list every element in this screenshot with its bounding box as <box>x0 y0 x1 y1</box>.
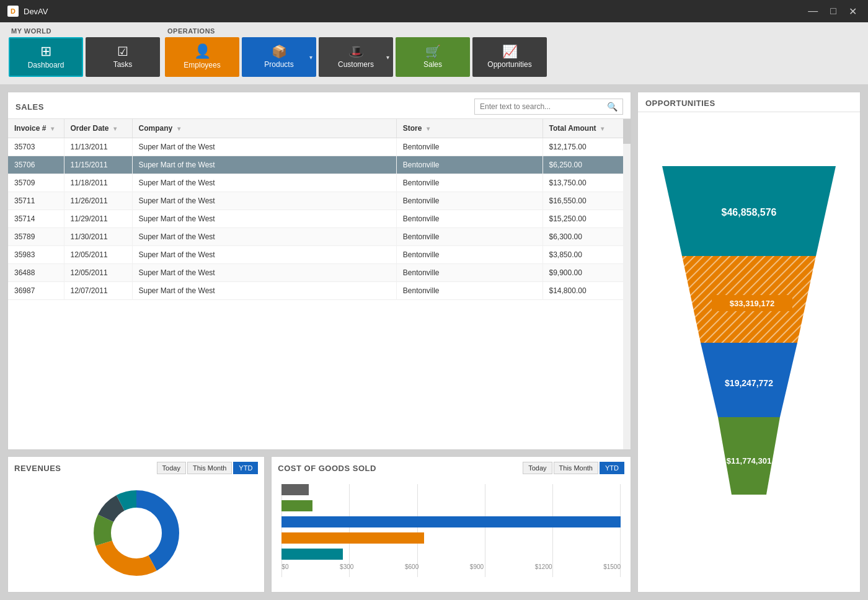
table-cell-company: Super Mart of the West <box>132 174 396 192</box>
bar-row <box>281 500 621 511</box>
table-cell-company: Super Mart of the West <box>132 138 396 156</box>
revenues-btn-group: Today This Month YTD <box>157 462 259 474</box>
table-row[interactable]: 3598312/05/2011Super Mart of the WestBen… <box>8 246 631 264</box>
svg-text:$33,319,172: $33,319,172 <box>730 299 774 308</box>
svg-point-5 <box>113 510 160 557</box>
table-row[interactable]: 3578911/30/2011Super Mart of the WestBen… <box>8 228 631 246</box>
col-company[interactable]: Company ▾ <box>132 119 396 138</box>
funnel-container: $46,858,576 $33,319,172 $19,247,772 <box>638 112 860 592</box>
table-cell-company: Super Mart of the West <box>132 264 396 282</box>
table-cell-order_date: 11/30/2011 <box>64 228 132 246</box>
donut-chart <box>87 483 186 583</box>
revenues-thismonth-btn[interactable]: This Month <box>187 462 232 474</box>
nav-tasks-label: Tasks <box>113 60 133 69</box>
bottom-row: REVENUES Today This Month YTD <box>7 456 631 593</box>
cost-thismonth-btn[interactable]: This Month <box>554 462 598 474</box>
table-row[interactable]: 3571111/26/2011Super Mart of the WestBen… <box>8 192 631 210</box>
opportunities-icon: 📈 <box>502 45 518 58</box>
table-scrollbar[interactable] <box>623 119 631 449</box>
sales-panel-header: SALES 🔍 <box>8 92 631 119</box>
col-invoice[interactable]: Invoice # ▾ <box>8 119 64 138</box>
table-cell-company: Super Mart of the West <box>132 228 396 246</box>
table-row[interactable]: 3570311/13/2011Super Mart of the WestBen… <box>8 138 631 156</box>
table-cell-order_date: 12/05/2011 <box>64 264 132 282</box>
table-cell-invoice: 36488 <box>8 264 64 282</box>
cost-btn-group: Today This Month YTD <box>523 462 624 474</box>
app-logo: D <box>7 6 19 17</box>
table-cell-order_date: 11/13/2011 <box>64 138 132 156</box>
table-cell-order_date: 12/07/2011 <box>64 282 132 300</box>
table-cell-order_date: 12/05/2011 <box>64 246 132 264</box>
operations-label: OPERATIONS <box>165 27 547 35</box>
table-cell-order_date: 11/29/2011 <box>64 210 132 228</box>
table-cell-invoice: 35703 <box>8 138 64 156</box>
maximize-button[interactable]: □ <box>826 4 840 19</box>
table-cell-total_amount: $13,750.00 <box>542 174 623 192</box>
axis-label: $1500 <box>603 563 621 570</box>
table-row[interactable]: 3570611/15/2011Super Mart of the WestBen… <box>8 156 631 174</box>
col-order-date[interactable]: Order Date ▾ <box>64 119 132 138</box>
nav-employees-label: Employees <box>184 61 220 69</box>
minimize-button[interactable]: — <box>804 4 822 19</box>
table-cell-order_date: 11/18/2011 <box>64 174 132 192</box>
table-row[interactable]: 3571411/29/2011Super Mart of the WestBen… <box>8 210 631 228</box>
bar-row <box>281 532 621 544</box>
table-cell-store: Bentonville <box>396 210 542 228</box>
cost-panel: COST OF GOODS SOLD Today This Month YTD <box>271 456 631 593</box>
nav-item-employees[interactable]: 👤 Employees <box>165 37 239 77</box>
title-bar-left: D DevAV <box>7 6 48 17</box>
nav-item-sales[interactable]: 🛒 Sales <box>396 37 470 77</box>
nav-sales-label: Sales <box>423 60 442 69</box>
donut-container <box>8 479 264 587</box>
table-cell-store: Bentonville <box>396 264 542 282</box>
nav-item-dashboard[interactable]: ⊞ Dashboard <box>9 37 83 77</box>
col-total-amount[interactable]: Total Amount ▾ <box>542 119 623 138</box>
table-cell-total_amount: $16,550.00 <box>542 192 623 210</box>
cost-ytd-btn[interactable]: YTD <box>600 462 624 474</box>
nav-item-customers[interactable]: 🎩 Customers ▾ <box>319 37 393 77</box>
table-cell-total_amount: $15,250.00 <box>542 210 623 228</box>
search-icon: 🔍 <box>607 102 618 112</box>
opportunities-panel: OPPORTUNITIES $46,858,576 $33,319,172 <box>637 92 861 593</box>
products-icon: 📦 <box>272 45 287 58</box>
customers-icon: 🎩 <box>348 45 364 58</box>
revenues-title: REVENUES <box>14 464 61 473</box>
nav-products-label: Products <box>264 60 293 69</box>
table-cell-store: Bentonville <box>396 228 542 246</box>
table-cell-store: Bentonville <box>396 246 542 264</box>
close-button[interactable]: ✕ <box>845 4 861 19</box>
revenues-header: REVENUES Today This Month YTD <box>8 457 264 479</box>
table-cell-invoice: 36987 <box>8 282 64 300</box>
col-store[interactable]: Store ▾ <box>396 119 542 138</box>
table-cell-total_amount: $6,250.00 <box>542 156 623 174</box>
table-cell-invoice: 35983 <box>8 246 64 264</box>
cost-today-btn[interactable]: Today <box>523 462 552 474</box>
table-cell-company: Super Mart of the West <box>132 246 396 264</box>
table-cell-invoice: 35706 <box>8 156 64 174</box>
table-row[interactable]: 3570911/18/2011Super Mart of the WestBen… <box>8 174 631 192</box>
window-controls: — □ ✕ <box>804 4 861 19</box>
table-cell-store: Bentonville <box>396 282 542 300</box>
search-input[interactable] <box>480 102 607 111</box>
table-cell-company: Super Mart of the West <box>132 192 396 210</box>
funnel-chart: $46,858,576 $33,319,172 $19,247,772 <box>650 160 848 544</box>
revenues-today-btn[interactable]: Today <box>157 462 186 474</box>
table-row[interactable]: 3648812/05/2011Super Mart of the WestBen… <box>8 264 631 282</box>
employees-icon: 👤 <box>194 45 211 58</box>
table-row[interactable]: 3698712/07/2011Super Mart of the WestBen… <box>8 282 631 300</box>
products-arrow-icon: ▾ <box>309 54 312 61</box>
table-cell-total_amount: $14,800.00 <box>542 282 623 300</box>
revenues-ytd-btn[interactable]: YTD <box>233 462 258 474</box>
sales-table: Invoice # ▾ Order Date ▾ Company ▾ Store… <box>8 119 631 300</box>
nav-item-tasks[interactable]: ☑ Tasks <box>86 37 160 77</box>
table-cell-store: Bentonville <box>396 192 542 210</box>
table-cell-total_amount: $6,300.00 <box>542 228 623 246</box>
nav-item-products[interactable]: 📦 Products ▾ <box>242 37 316 77</box>
axis-label: $0 <box>281 563 288 570</box>
opportunities-title: OPPORTUNITIES <box>645 99 715 108</box>
search-box[interactable]: 🔍 <box>474 99 623 115</box>
sales-icon: 🛒 <box>425 45 441 58</box>
nav-dashboard-label: Dashboard <box>28 61 64 69</box>
nav-item-opportunities[interactable]: 📈 Opportunities <box>472 37 547 77</box>
table-cell-order_date: 11/15/2011 <box>64 156 132 174</box>
